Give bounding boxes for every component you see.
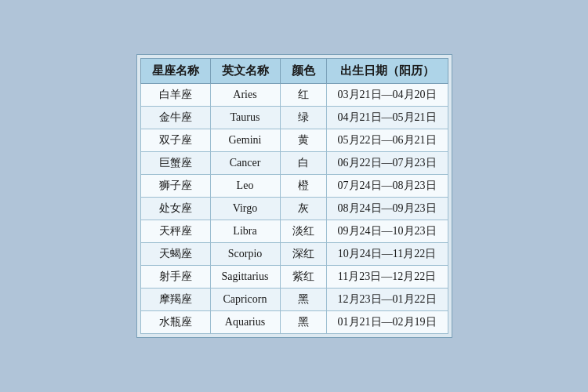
cell-chinese-name: 双子座 <box>140 129 210 152</box>
cell-color: 淡红 <box>280 220 326 243</box>
cell-dates: 08月24日—09月23日 <box>326 198 448 220</box>
cell-chinese-name: 天蝎座 <box>140 243 210 266</box>
header-color: 颜色 <box>280 59 326 84</box>
cell-english-name: Taurus <box>210 107 280 129</box>
table-row: 处女座Virgo灰08月24日—09月23日 <box>140 198 448 220</box>
header-dates: 出生日期（阳历） <box>326 59 448 84</box>
cell-chinese-name: 白羊座 <box>140 84 210 107</box>
cell-dates: 11月23日—12月22日 <box>326 266 448 289</box>
cell-color: 绿 <box>280 107 326 129</box>
cell-dates: 12月23日—01月22日 <box>326 289 448 311</box>
cell-dates: 06月22日—07月23日 <box>326 152 448 175</box>
cell-chinese-name: 水瓶座 <box>140 311 210 334</box>
table-body: 白羊座Aries红03月21日—04月20日金牛座Taurus绿04月21日—0… <box>140 84 448 334</box>
cell-english-name: Capricorn <box>210 289 280 311</box>
zodiac-table: 星座名称 英文名称 颜色 出生日期（阳历） 白羊座Aries红03月21日—04… <box>140 58 448 334</box>
cell-english-name: Sagittarius <box>210 266 280 289</box>
cell-chinese-name: 处女座 <box>140 198 210 220</box>
cell-chinese-name: 射手座 <box>140 266 210 289</box>
table-row: 水瓶座Aquarius黑01月21日—02月19日 <box>140 311 448 334</box>
table-row: 双子座Gemini黄05月22日—06月21日 <box>140 129 448 152</box>
cell-english-name: Aquarius <box>210 311 280 334</box>
cell-color: 白 <box>280 152 326 175</box>
table-row: 狮子座Leo橙07月24日—08月23日 <box>140 175 448 198</box>
cell-english-name: Cancer <box>210 152 280 175</box>
cell-chinese-name: 金牛座 <box>140 107 210 129</box>
cell-dates: 05月22日—06月21日 <box>326 129 448 152</box>
table-row: 天秤座Libra淡红09月24日—10月23日 <box>140 220 448 243</box>
table-header-row: 星座名称 英文名称 颜色 出生日期（阳历） <box>140 59 448 84</box>
cell-color: 黑 <box>280 311 326 334</box>
cell-dates: 04月21日—05月21日 <box>326 107 448 129</box>
cell-english-name: Gemini <box>210 129 280 152</box>
cell-english-name: Leo <box>210 175 280 198</box>
cell-dates: 07月24日—08月23日 <box>326 175 448 198</box>
cell-dates: 03月21日—04月20日 <box>326 84 448 107</box>
cell-english-name: Virgo <box>210 198 280 220</box>
cell-color: 灰 <box>280 198 326 220</box>
cell-chinese-name: 摩羯座 <box>140 289 210 311</box>
cell-chinese-name: 巨蟹座 <box>140 152 210 175</box>
cell-dates: 01月21日—02月19日 <box>326 311 448 334</box>
cell-color: 红 <box>280 84 326 107</box>
table-row: 巨蟹座Cancer白06月22日—07月23日 <box>140 152 448 175</box>
cell-color: 紫红 <box>280 266 326 289</box>
table-row: 摩羯座Capricorn黑12月23日—01月22日 <box>140 289 448 311</box>
cell-english-name: Scorpio <box>210 243 280 266</box>
header-chinese-name: 星座名称 <box>140 59 210 84</box>
table-row: 白羊座Aries红03月21日—04月20日 <box>140 84 448 107</box>
table-row: 天蝎座Scorpio深红10月24日—11月22日 <box>140 243 448 266</box>
zodiac-table-container: 星座名称 英文名称 颜色 出生日期（阳历） 白羊座Aries红03月21日—04… <box>136 54 452 338</box>
cell-chinese-name: 狮子座 <box>140 175 210 198</box>
cell-dates: 10月24日—11月22日 <box>326 243 448 266</box>
cell-color: 黄 <box>280 129 326 152</box>
cell-dates: 09月24日—10月23日 <box>326 220 448 243</box>
table-row: 射手座Sagittarius紫红11月23日—12月22日 <box>140 266 448 289</box>
header-english-name: 英文名称 <box>210 59 280 84</box>
cell-color: 橙 <box>280 175 326 198</box>
cell-chinese-name: 天秤座 <box>140 220 210 243</box>
cell-color: 深红 <box>280 243 326 266</box>
cell-english-name: Libra <box>210 220 280 243</box>
cell-english-name: Aries <box>210 84 280 107</box>
table-row: 金牛座Taurus绿04月21日—05月21日 <box>140 107 448 129</box>
cell-color: 黑 <box>280 289 326 311</box>
